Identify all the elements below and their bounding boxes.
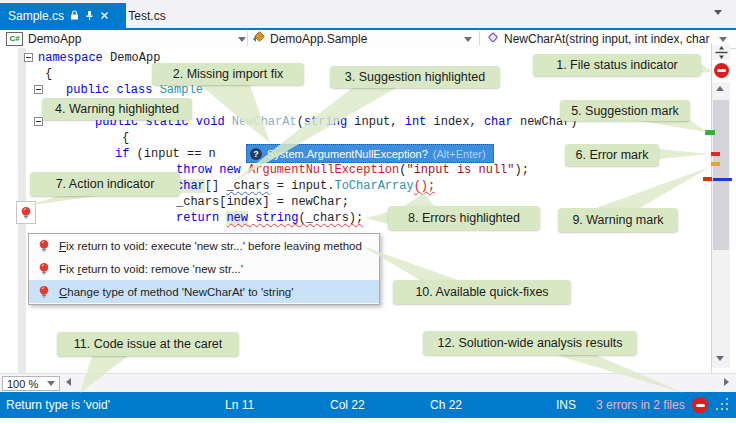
scroll-left-icon[interactable] (66, 378, 71, 386)
dropdown-arrow-icon (47, 381, 55, 386)
callout-label: 10. Available quick-fixes (415, 285, 548, 299)
lightbulb-icon (38, 262, 50, 276)
analysis-status-text[interactable]: 3 errors in 2 files (596, 392, 685, 418)
code-token: _chars (226, 179, 269, 193)
zoom-selector[interactable]: 100 % (2, 376, 60, 391)
code-token: input, (347, 115, 405, 129)
code-line[interactable]: if (input == n (115, 146, 216, 162)
status-bar: Return type is 'void' Ln 11 Col 22 Ch 22… (0, 392, 736, 418)
code-line[interactable]: { (45, 66, 52, 82)
code-line[interactable]: throw new ArgumentNullException("input i… (176, 162, 529, 178)
code-token: new (226, 211, 248, 225)
code-token (152, 83, 159, 97)
question-icon: ? (250, 148, 262, 160)
scroll-down-icon[interactable] (716, 356, 724, 361)
code-token: DemoApp (103, 51, 161, 65)
callout-label: 7. Action indicator (56, 177, 155, 191)
caret-line-mark[interactable] (713, 178, 732, 181)
code-token: return (176, 211, 219, 225)
resize-grip-icon[interactable] (714, 398, 732, 414)
action-indicator[interactable] (16, 201, 36, 224)
class-icon (252, 31, 265, 46)
callout-10: 10. Available quick-fixes (393, 280, 571, 304)
analysis-stop-icon[interactable] (692, 397, 708, 413)
tab-list-arrow-icon[interactable] (714, 10, 722, 15)
callout-11: 11. Code issue at the caret (57, 332, 239, 356)
code-token: NewCharAt (232, 115, 297, 129)
code-token: ( (297, 115, 304, 129)
error-mark[interactable] (703, 177, 712, 181)
callout-label: 2. Missing import fix (173, 67, 283, 81)
code-token: char (176, 179, 205, 193)
callout-label: 9. Warning mark (572, 213, 663, 227)
split-editor-icon (715, 46, 728, 59)
callout-6: 6. Error mark (565, 144, 659, 166)
code-line[interactable]: { (122, 130, 129, 146)
code-token: (); (414, 179, 436, 193)
code-token: ); (515, 163, 529, 177)
code-token: public (66, 83, 109, 97)
code-token: new (219, 163, 241, 177)
type-dropdown[interactable]: DemoApp.Sample (252, 30, 476, 47)
member-signature: NewCharAt(string input, int index, char (504, 32, 710, 46)
close-icon[interactable] (100, 11, 109, 20)
code-token: int (405, 115, 427, 129)
scroll-right-icon[interactable] (724, 378, 729, 386)
code-line[interactable]: _chars[index] = newChar; (176, 194, 349, 210)
tab-strip: Sample.cs Test.cs (0, 0, 736, 28)
code-token: namespace (38, 51, 103, 65)
quick-fix-menu: Fix return to void: execute 'new str...'… (28, 233, 380, 305)
code-token (225, 115, 232, 129)
callout-4: 4. Warning highlighted (42, 98, 192, 120)
status-insert-mode: INS (556, 392, 576, 418)
status-message: Return type is 'void' (6, 392, 110, 418)
callout-3: 3. Suggestion highlighted (330, 66, 500, 88)
split-editor-handle[interactable] (712, 45, 730, 60)
callout-label: 1. File status indicator (556, 58, 678, 72)
code-token: [] (205, 179, 227, 193)
import-fix-shortcut: (Alt+Enter) (433, 148, 486, 160)
code-token (241, 163, 248, 177)
code-line[interactable]: char[] _chars = input.ToCharArray(); (176, 178, 435, 194)
callout-label: 11. Code issue at the caret (74, 337, 222, 351)
project-name: DemoApp (28, 32, 81, 46)
warning-mark[interactable] (711, 162, 720, 166)
code-line[interactable]: namespace DemoApp (38, 50, 160, 66)
vertical-scrollbar-thumb[interactable] (713, 100, 729, 250)
callout-label: 12. Solution-wide analysis results (438, 336, 623, 350)
code-token: string (304, 115, 347, 129)
status-column: Col 22 (330, 392, 365, 418)
pin-icon[interactable] (85, 10, 94, 21)
suggestion-mark[interactable] (705, 130, 715, 135)
code-token: throw (176, 163, 212, 177)
lock-icon (70, 10, 79, 21)
code-token: if (115, 147, 129, 161)
horizontal-scrollbar[interactable] (0, 373, 736, 392)
quick-fix-label: Change type of method 'NewCharAt' to 'st… (59, 286, 293, 298)
code-line[interactable]: return new string(_chars); (176, 210, 363, 226)
code-token: "input is null" (406, 163, 514, 177)
code-token: void (196, 115, 225, 129)
code-token: Sample (160, 83, 203, 97)
code-token: class (116, 83, 152, 97)
scroll-up-icon[interactable] (716, 86, 724, 91)
callout-1: 1. File status indicator (533, 54, 701, 76)
project-dropdown[interactable]: C# DemoApp (6, 30, 246, 47)
import-fix-text: System.ArgumentNullException? (267, 148, 428, 160)
member-dropdown[interactable]: NewCharAt(string input, int index, char (487, 30, 733, 47)
callout-label: 5. Suggestion mark (571, 104, 679, 118)
error-mark[interactable] (711, 152, 720, 156)
ide-window: Sample.cs Test.cs C# DemoApp (0, 0, 736, 424)
quick-fix-item[interactable]: Change type of method 'NewCharAt' to 'st… (29, 280, 379, 303)
code-token: _chars[index] = newChar; (176, 195, 349, 209)
callout-5: 5. Suggestion mark (560, 100, 690, 121)
import-fix-popup[interactable]: ? System.ArgumentNullException? (Alt+Ent… (246, 144, 494, 163)
quick-fix-item[interactable]: Fix return to void: execute 'new str...'… (29, 234, 379, 257)
tab-test-cs[interactable]: Test.cs (118, 3, 176, 28)
callout-label: 8. Errors highlighted (408, 211, 520, 225)
tab-sample-cs[interactable]: Sample.cs (0, 3, 126, 28)
zoom-value: 100 % (7, 378, 38, 390)
quick-fix-item[interactable]: Fix return to void: remove 'new str...' (29, 257, 379, 280)
code-token: char (484, 115, 513, 129)
callout-label: 4. Warning highlighted (55, 102, 179, 116)
